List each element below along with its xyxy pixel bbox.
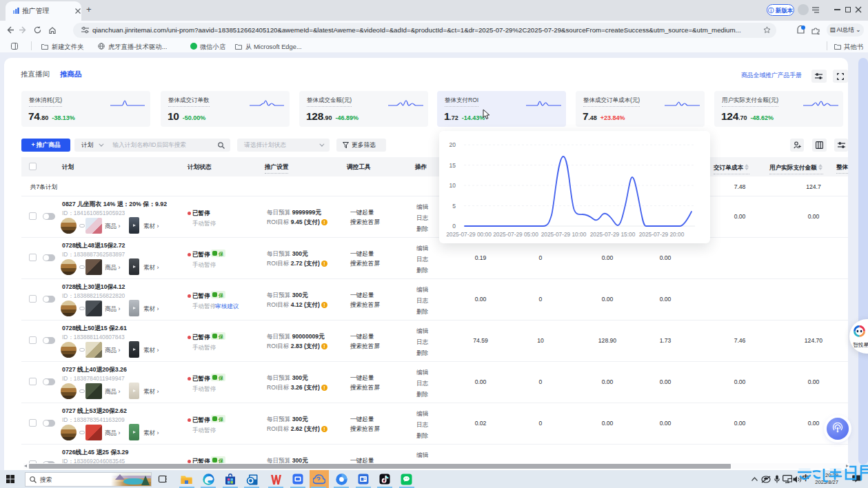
svg-text:2025-07-29 05:00: 2025-07-29 05:00 (493, 231, 538, 238)
svg-text:2025-07-29 15:00: 2025-07-29 15:00 (590, 231, 636, 238)
svg-text:2025-07-29 10:00: 2025-07-29 10:00 (541, 231, 587, 238)
svg-text:0: 0 (452, 223, 456, 230)
svg-text:20: 20 (450, 141, 456, 148)
svg-text:5: 5 (452, 203, 456, 210)
svg-text:15: 15 (450, 162, 456, 169)
svg-text:2025-07-29 00:00: 2025-07-29 00:00 (446, 231, 492, 238)
svg-text:2025-07-29 20:00: 2025-07-29 20:00 (639, 231, 685, 238)
svg-text:10: 10 (450, 182, 456, 189)
